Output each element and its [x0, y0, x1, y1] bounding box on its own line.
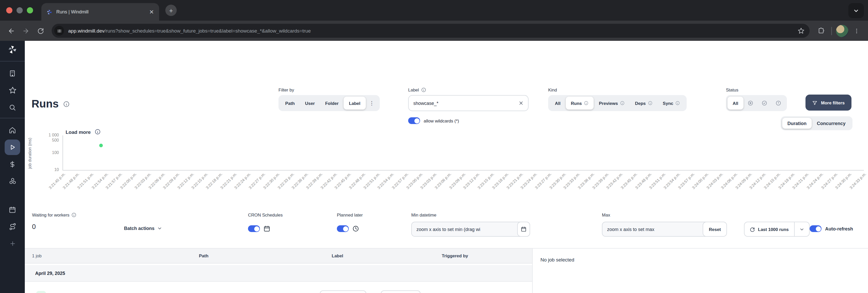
- chevron-down-icon: [157, 226, 162, 231]
- play-circle-icon: [748, 100, 753, 106]
- site-settings-icon[interactable]: [54, 26, 64, 36]
- kind-option-previews[interactable]: Previews: [594, 97, 630, 110]
- minimize-window-button[interactable]: [17, 7, 23, 13]
- status-option-running[interactable]: [743, 97, 757, 110]
- sidebar-item-add[interactable]: [5, 236, 20, 252]
- wildcards-toggle[interactable]: [408, 117, 420, 124]
- sidebar-item-schedules[interactable]: [5, 202, 20, 217]
- filter-by-group: Filter by Path User Folder Label ⋮: [278, 87, 379, 111]
- building-icon: [9, 69, 16, 77]
- chart-x-tick: 3:22:24 p.m.: [226, 172, 252, 197]
- clear-icon[interactable]: [519, 101, 523, 106]
- runs-range-dropdown[interactable]: [795, 222, 809, 236]
- window-controls: [6, 7, 33, 13]
- sidebar-item-home[interactable]: [5, 122, 20, 138]
- chart-x-tick: 3:22:45 p.m.: [326, 172, 352, 197]
- chart-x-tick: 3:23:24 p.m.: [512, 172, 538, 197]
- info-icon[interactable]: [71, 212, 77, 217]
- view-option-duration[interactable]: Duration: [782, 118, 812, 129]
- kind-option-all[interactable]: All: [550, 97, 566, 110]
- load-more-button[interactable]: Load more: [66, 129, 100, 135]
- chart-x-tick: 3:23:39 p.m.: [584, 172, 610, 197]
- new-tab-button[interactable]: +: [165, 5, 177, 16]
- address-bar[interactable]: app.windmill.dev/runs?show_schedules=tru…: [52, 24, 810, 38]
- sidebar-item-workers[interactable]: [5, 219, 20, 234]
- browser-tab[interactable]: Runs | Windmill ✕: [41, 3, 159, 21]
- back-button[interactable]: [5, 25, 18, 37]
- windmill-favicon: [46, 9, 52, 15]
- sidebar-item-workspace[interactable]: [5, 65, 20, 81]
- cron-toggle[interactable]: [248, 225, 260, 232]
- chart-x-tick: 3:22:21 p.m.: [212, 172, 238, 197]
- sidebar-divider: [0, 118, 25, 118]
- chart-x-tick: 3:21:48 p.m.: [55, 172, 80, 197]
- chart-x-tick: 3:23:09 p.m.: [441, 172, 467, 197]
- filter-by-segmented: Path User Folder Label ⋮: [278, 95, 379, 111]
- planned-toggle[interactable]: [337, 225, 349, 232]
- filter-more-menu-icon[interactable]: ⋮: [366, 97, 378, 110]
- min-datetime-input[interactable]: zoom x axis to set min (drag wi: [411, 222, 530, 237]
- chart-x-tick: 3:21:45 p.m.: [40, 172, 66, 197]
- view-option-concurrency[interactable]: Concurrency: [812, 118, 851, 129]
- sidebar-item-runs[interactable]: [5, 139, 20, 155]
- label-filter-input[interactable]: showcase_*: [408, 95, 529, 111]
- kind-group: Kind All Runs Previews Deps Sync: [548, 87, 687, 111]
- chart-x-tick: 3:24:00 p.m.: [684, 172, 710, 197]
- chart-x-tick: 3:23:03 p.m.: [412, 172, 438, 197]
- kind-option-deps[interactable]: Deps: [630, 97, 658, 110]
- chart-x-tick: 3:22:03 p.m.: [126, 172, 152, 197]
- sidebar: [0, 41, 25, 293]
- info-icon: [675, 101, 680, 106]
- chart-x-tick: 3:23:33 p.m.: [555, 172, 581, 197]
- close-window-button[interactable]: [6, 7, 12, 13]
- avatar[interactable]: [836, 25, 848, 37]
- chart-x-tick: 3:22:36 p.m.: [283, 172, 309, 197]
- forward-button[interactable]: [20, 25, 32, 37]
- kind-segmented: All Runs Previews Deps Sync: [548, 95, 687, 111]
- chart-x-tick: 3:23:48 p.m.: [627, 172, 653, 197]
- tab-close-icon[interactable]: ✕: [149, 9, 154, 15]
- sidebar-item-resources[interactable]: [5, 173, 20, 189]
- chart-y-axis-line: [63, 136, 63, 170]
- runs-range-main[interactable]: Last 1000 runs: [745, 222, 794, 236]
- reload-button[interactable]: [34, 25, 46, 37]
- status-option-success[interactable]: [757, 97, 771, 110]
- tab-search-button[interactable]: [848, 3, 864, 18]
- job-row[interactable]: Started 162s ago (Ran in 0,263s total) u…: [25, 282, 532, 293]
- wildcards-row: allow wildcards (*): [408, 117, 459, 124]
- more-filters-button[interactable]: More filters: [805, 94, 851, 111]
- batch-actions-button[interactable]: Batch actions: [124, 226, 162, 231]
- sidebar-item-search[interactable]: [5, 99, 20, 115]
- status-option-all[interactable]: All: [727, 97, 743, 110]
- filter-option-user[interactable]: User: [300, 97, 320, 110]
- kind-option-runs[interactable]: Runs: [566, 97, 594, 110]
- kind-option-sync[interactable]: Sync: [658, 97, 685, 110]
- min-datetime-label: Min datetime: [411, 212, 436, 217]
- info-icon[interactable]: [63, 100, 69, 107]
- maximize-window-button[interactable]: [27, 7, 33, 13]
- reset-button[interactable]: Reset: [703, 222, 727, 237]
- chart-x-tick: 3:24:27 p.m.: [813, 172, 839, 197]
- min-calendar-button[interactable]: [517, 222, 530, 237]
- filter-option-folder[interactable]: Folder: [320, 97, 344, 110]
- info-icon: [620, 101, 625, 106]
- extensions-icon[interactable]: [815, 25, 827, 37]
- filter-option-path[interactable]: Path: [280, 97, 300, 110]
- filter-option-label[interactable]: Label: [344, 97, 366, 110]
- chart-x-tick: 3:23:21 p.m.: [498, 172, 524, 197]
- chart-x-tick: 3:24:12 p.m.: [741, 172, 767, 197]
- sidebar-item-favorites[interactable]: [5, 82, 20, 98]
- chart-data-point[interactable]: [99, 144, 103, 147]
- waiting-label: Waiting for workers: [32, 212, 69, 217]
- refresh-icon: [750, 227, 755, 232]
- app-shell: Runs Filter by Path User Folder Label ⋮ …: [0, 41, 868, 293]
- bookmark-star-icon[interactable]: [798, 27, 804, 34]
- browser-menu-icon[interactable]: [850, 25, 863, 37]
- auto-refresh-toggle[interactable]: [810, 225, 822, 232]
- sidebar-item-variables[interactable]: [5, 156, 20, 172]
- chart-x-tick: 3:24:21 p.m.: [784, 172, 810, 197]
- browser-tabstrip: Runs | Windmill ✕ +: [0, 0, 868, 21]
- status-option-failure[interactable]: [771, 97, 785, 110]
- windmill-logo[interactable]: [8, 45, 17, 54]
- info-icon[interactable]: [421, 87, 426, 92]
